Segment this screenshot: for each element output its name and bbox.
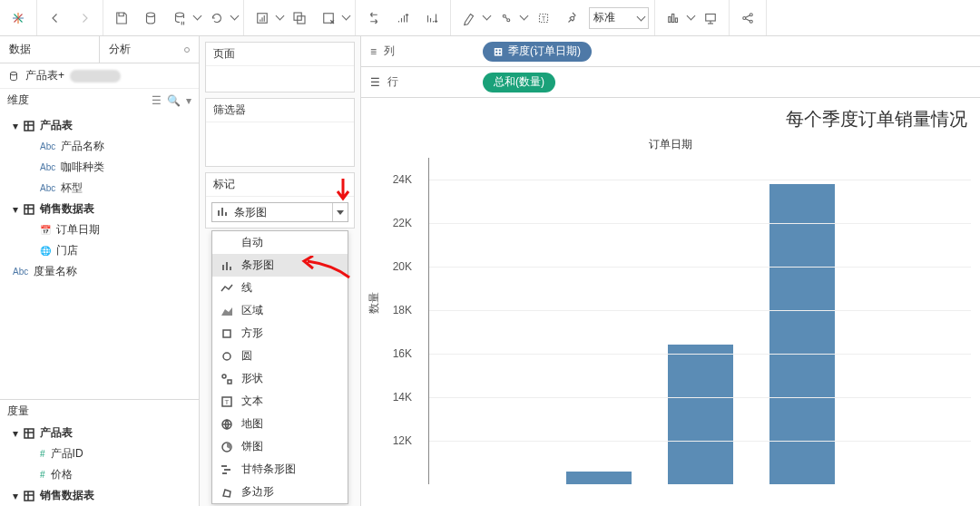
- field-label: 订单日期: [56, 222, 100, 238]
- marks-option-square[interactable]: 方形: [212, 322, 348, 345]
- chevron-down-icon[interactable]: [342, 12, 351, 21]
- chevron-down-icon[interactable]: [230, 12, 240, 21]
- field-row[interactable]: #产品ID: [0, 443, 199, 464]
- share-button[interactable]: [735, 5, 760, 31]
- y-axis: 数量 12K14K16K18K20K22K24K: [370, 158, 428, 484]
- filters-drop-area[interactable]: [206, 122, 354, 166]
- field-row[interactable]: 📅订单日期: [0, 219, 199, 240]
- save-button[interactable]: [109, 5, 134, 31]
- y-tick: 12K: [393, 434, 412, 447]
- highlight-button[interactable]: [456, 5, 482, 31]
- field-row[interactable]: Abc咖啡种类: [0, 157, 199, 178]
- tab-analysis[interactable]: 分析: [99, 36, 199, 63]
- bar[interactable]: [566, 472, 632, 484]
- marks-option-pie[interactable]: 饼图: [212, 435, 348, 458]
- menu-icon[interactable]: ▾: [186, 94, 191, 107]
- marks-option-bar[interactable]: 条形图: [212, 254, 348, 277]
- marks-option-polygon[interactable]: 多边形: [212, 481, 348, 503]
- swap-button[interactable]: [361, 5, 387, 31]
- svg-rect-67: [224, 469, 230, 471]
- new-data-source-button[interactable]: [138, 5, 163, 31]
- svg-rect-40: [24, 122, 34, 131]
- pause-data-button[interactable]: [167, 5, 192, 31]
- field-row[interactable]: Abc产品名称: [0, 136, 199, 157]
- rows-pill[interactable]: 总和(数量): [483, 73, 555, 92]
- clear-sheet-button[interactable]: [316, 5, 341, 31]
- top-toolbar: T 标准: [0, 0, 980, 36]
- columns-pill[interactable]: ⊞季度(订单日期): [483, 42, 592, 62]
- chart-view[interactable]: 每个季度订单销量情况 订单日期 数量 12K14K16K18K20K22K24K: [361, 98, 980, 506]
- fit-dropdown[interactable]: 标准: [589, 7, 649, 29]
- new-worksheet-button[interactable]: [250, 5, 275, 31]
- field-row[interactable]: Abc度量名称: [0, 261, 199, 282]
- view-as-list-icon[interactable]: ☰: [152, 94, 162, 107]
- marks-option-area[interactable]: 区域: [212, 299, 348, 322]
- measures-header: 度量: [0, 400, 199, 423]
- bar[interactable]: [769, 184, 835, 484]
- pages-drop-area[interactable]: [206, 66, 354, 92]
- chevron-down-icon[interactable]: [687, 12, 696, 21]
- svg-point-36: [750, 20, 752, 23]
- field-row[interactable]: 🌐门店: [0, 240, 199, 261]
- plot-area: [428, 158, 971, 484]
- y-tick: 18K: [393, 304, 412, 316]
- table-row[interactable]: ▾产品表: [0, 423, 199, 443]
- svg-rect-68: [222, 472, 227, 474]
- forward-button[interactable]: [72, 5, 97, 31]
- bar[interactable]: [668, 345, 733, 484]
- columns-shelf[interactable]: ≡列 ⊞季度(订单日期): [361, 36, 980, 67]
- map-icon: [220, 418, 234, 431]
- sort-desc-button[interactable]: [419, 5, 445, 31]
- rows-shelf[interactable]: ☰行 总和(数量): [361, 67, 980, 98]
- table-row[interactable]: ▾销售数据表: [0, 485, 199, 506]
- field-row[interactable]: #价格: [0, 464, 199, 485]
- svg-rect-30: [675, 18, 677, 23]
- pill-label: 总和(数量): [494, 74, 544, 90]
- group-button[interactable]: [494, 5, 519, 31]
- marks-option-gantt[interactable]: 甘特条形图: [212, 458, 348, 481]
- table-row[interactable]: ▾产品表: [0, 115, 199, 136]
- marks-option-line[interactable]: 线: [212, 277, 348, 299]
- tab-data[interactable]: 数据: [0, 36, 99, 63]
- type-icon: #: [40, 470, 45, 480]
- chevron-down-icon[interactable]: [520, 12, 529, 21]
- svg-text:T: T: [542, 15, 545, 22]
- chevron-down-icon[interactable]: [193, 12, 202, 21]
- option-label: 饼图: [241, 439, 263, 454]
- shape-icon: [220, 373, 234, 385]
- show-me-button[interactable]: [661, 5, 686, 31]
- duplicate-sheet-button[interactable]: [287, 5, 312, 31]
- data-source-more: [70, 70, 121, 83]
- marks-type-dropdown[interactable]: 条形图: [211, 202, 348, 222]
- gantt-icon: [220, 463, 234, 476]
- data-source-row[interactable]: 产品表+: [0, 63, 199, 89]
- marks-option-auto[interactable]: 自动: [212, 231, 348, 254]
- sort-asc-button[interactable]: [390, 5, 416, 31]
- globe-icon: 🌐: [40, 246, 51, 256]
- show-labels-button[interactable]: T: [531, 5, 556, 31]
- field-row[interactable]: Abc杯型: [0, 178, 199, 199]
- chart-title: 每个季度订单销量情况: [370, 107, 971, 137]
- search-icon[interactable]: 🔍: [167, 94, 181, 107]
- data-pane: 数据 分析 产品表+ 维度 ☰ 🔍 ▾ ▾产品表 Abc产品名称 Abc咖啡种类…: [0, 36, 200, 506]
- dimensions-header: 维度 ☰ 🔍 ▾: [0, 89, 199, 112]
- marks-option-circle[interactable]: 圆: [212, 345, 348, 367]
- marks-option-text[interactable]: T文本: [212, 390, 348, 413]
- chevron-down-icon[interactable]: [483, 12, 492, 21]
- marks-option-shape[interactable]: 形状: [212, 367, 348, 390]
- back-button[interactable]: [43, 5, 68, 31]
- option-label: 区域: [241, 303, 263, 318]
- marks-option-map[interactable]: 地图: [212, 413, 348, 435]
- filters-card-label: 筛选器: [213, 103, 246, 116]
- svg-rect-52: [218, 210, 220, 216]
- svg-rect-43: [24, 205, 34, 214]
- logo-icon[interactable]: [5, 5, 31, 31]
- svg-text:T: T: [225, 398, 230, 406]
- chevron-down-icon[interactable]: [276, 12, 285, 21]
- refresh-button[interactable]: [204, 5, 230, 31]
- presentation-button[interactable]: [698, 5, 723, 31]
- fit-dropdown-label: 标准: [593, 10, 615, 25]
- table-row[interactable]: ▾销售数据表: [0, 199, 199, 219]
- svg-line-37: [746, 15, 750, 17]
- pin-button[interactable]: [560, 5, 585, 31]
